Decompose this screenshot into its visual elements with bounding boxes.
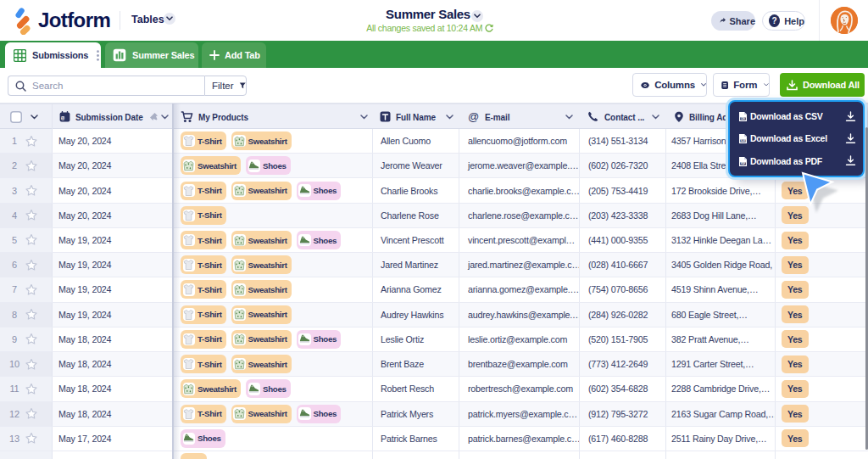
svg-text:PDF: PDF bbox=[741, 162, 745, 165]
svg-text:10: 10 bbox=[61, 117, 64, 120]
svg-text:CSV: CSV bbox=[741, 117, 745, 120]
svg-text:XLSX: XLSX bbox=[740, 140, 746, 143]
